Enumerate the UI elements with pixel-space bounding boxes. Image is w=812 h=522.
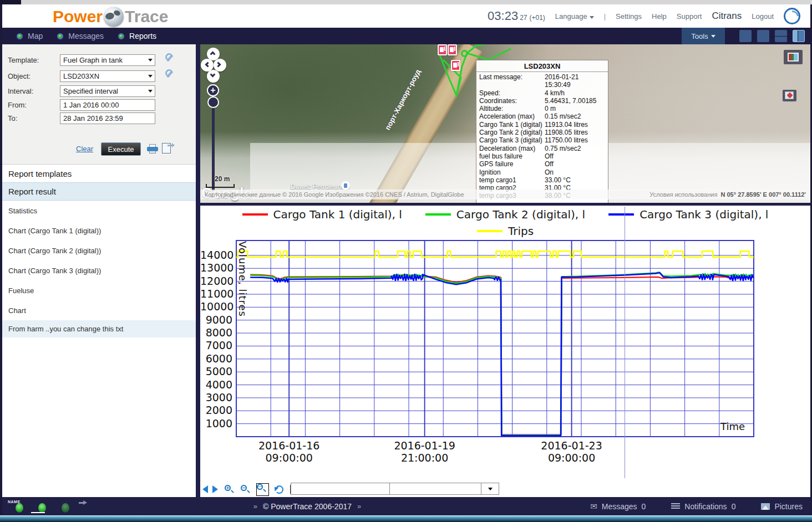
from-date-input[interactable]: 1 Jan 2016 00:00 xyxy=(60,99,155,111)
tab-reports-label: Reports xyxy=(129,32,156,40)
layout-vertical-split-icon[interactable] xyxy=(757,30,769,42)
tooltip-row: Coordinates:5.46431, 7.00185 xyxy=(479,97,606,105)
template-edit-wrench-icon[interactable] xyxy=(165,53,175,63)
pan-down-button[interactable] xyxy=(207,70,220,83)
pictures-status[interactable]: Pictures xyxy=(761,502,803,511)
y-axis-title: Volume, litres xyxy=(237,241,248,317)
to-label: To: xyxy=(8,114,17,122)
object-edit-wrench-icon[interactable] xyxy=(165,69,175,79)
report-item-4[interactable]: Chart (Cargo Tank 3 (digital)) xyxy=(2,260,196,280)
map-pane[interactable]: порт-Харкорт-роуд + 20 m 100 ft Google D… xyxy=(200,44,810,203)
object-value: LSD203XN xyxy=(63,72,99,80)
chevron-right[interactable]: » xyxy=(357,502,361,510)
chart-legend-row-1: Cargo Tank 1 (digital), lCargo Tank 2 (d… xyxy=(200,208,810,221)
section-report-result[interactable]: Report result xyxy=(2,182,196,201)
pane-divider-vertical[interactable] xyxy=(196,44,200,497)
chevron-down-icon xyxy=(590,16,594,19)
map-poi-button[interactable] xyxy=(783,90,796,101)
template-select[interactable]: Fuel Graph in tank xyxy=(60,54,155,66)
pictures-label: Pictures xyxy=(774,502,803,511)
tooltip-row: fuel bus failureOff xyxy=(479,152,606,160)
brand-swoosh-icon xyxy=(784,8,800,24)
template-value: Fuel Graph in tank xyxy=(63,56,123,64)
tab-map[interactable]: Map xyxy=(17,32,43,40)
account-name[interactable]: Citrans xyxy=(712,11,742,22)
terms-link[interactable]: Условия использования xyxy=(649,191,717,198)
y-tick-label: 5000 xyxy=(200,365,232,377)
from-label: From: xyxy=(8,101,27,109)
settings-link[interactable]: Settings xyxy=(616,12,642,21)
report-item-6[interactable]: Chart xyxy=(2,300,196,320)
chevron-left[interactable]: » xyxy=(253,502,257,510)
section-report-templates[interactable]: Report templates xyxy=(2,164,196,182)
pan-chart-left-button[interactable] xyxy=(202,485,208,493)
notifications-count: 0 xyxy=(732,502,736,511)
language-menu[interactable]: Language xyxy=(555,12,594,21)
y-tick-label: 7000 xyxy=(200,339,232,351)
tools-menu[interactable]: Tools xyxy=(682,28,725,44)
report-item-7[interactable]: From harm ..you can change this txt xyxy=(2,320,196,337)
chart-filter-input-2[interactable] xyxy=(389,483,481,495)
poi-marker-icon xyxy=(785,91,794,99)
gas-poi-icon[interactable] xyxy=(341,181,350,190)
y-tick-label: 10000 xyxy=(200,300,232,313)
layout-mixed-icon[interactable] xyxy=(793,30,805,42)
pan-right-button[interactable] xyxy=(214,59,226,71)
radio-dot-icon xyxy=(57,33,63,39)
to-date-input[interactable]: 28 Jan 2016 23:59 xyxy=(60,112,155,124)
tab-reports[interactable]: Reports xyxy=(118,32,156,40)
object-select[interactable]: LSD203XN xyxy=(60,70,155,82)
layout-single-icon[interactable] xyxy=(739,30,752,42)
y-tick-label: 11000 xyxy=(200,288,232,300)
chart-pane: Cargo Tank 1 (digital), lCargo Tank 2 (d… xyxy=(200,206,810,497)
map-attribution: Картографические данные © 2016 Google Из… xyxy=(200,190,810,199)
layout-horizontal-split-icon[interactable] xyxy=(775,30,787,42)
template-label: Template: xyxy=(8,56,39,64)
chart-filter-input-1[interactable] xyxy=(291,483,390,495)
support-link[interactable]: Support xyxy=(677,12,702,21)
logout-link[interactable]: Logout xyxy=(752,12,774,21)
legend-swatch xyxy=(477,230,503,232)
interval-select[interactable]: Specified interval xyxy=(60,85,155,97)
map-layers-button[interactable] xyxy=(784,50,803,64)
tooltip-row: Deceleration (max)0.75 m/sec2 xyxy=(479,145,606,152)
chevron-down-icon xyxy=(148,59,153,62)
report-item-1[interactable]: Statistics xyxy=(2,201,196,221)
main-navbar: Map Messages Reports Tools xyxy=(2,28,810,44)
chart-legend-row-2: Trips xyxy=(200,224,810,238)
chart-zoom-in-icon[interactable]: + xyxy=(225,485,234,494)
fuel-station-icon[interactable] xyxy=(451,60,460,71)
chart-plot[interactable] xyxy=(236,240,754,437)
tab-map-label: Map xyxy=(28,32,43,40)
y-tick-label: 13000 xyxy=(200,262,232,274)
clear-link[interactable]: Clear xyxy=(76,145,93,153)
notifications-status[interactable]: Notifications 0 xyxy=(671,502,735,511)
to-date-value: 28 Jan 2016 23:59 xyxy=(63,114,123,122)
app-header: Power Trace 03:23 27 (+01) Language | Se… xyxy=(2,4,810,28)
print-icon[interactable] xyxy=(147,144,158,154)
refresh-chart-icon[interactable] xyxy=(275,485,283,494)
messages-count: 0 xyxy=(642,502,646,511)
y-tick-label: 6000 xyxy=(200,352,232,365)
tooltip-row: temp cargo133.00 °C xyxy=(479,176,606,184)
zoom-in-button[interactable]: + xyxy=(207,84,219,96)
export-report-icon[interactable] xyxy=(162,143,171,153)
help-link[interactable]: Help xyxy=(652,12,667,21)
fuel-station-icon[interactable] xyxy=(438,44,447,55)
window-top-edge xyxy=(0,0,812,4)
report-item-5[interactable]: Fueluse xyxy=(2,280,196,300)
tab-messages[interactable]: Messages xyxy=(57,32,104,40)
report-item-3[interactable]: Chart (Cargo Tank 2 (digital)) xyxy=(2,240,196,260)
pan-chart-right-button[interactable] xyxy=(212,485,218,493)
scale-meters: 20 m xyxy=(215,175,230,183)
notifications-label: Notifications xyxy=(684,502,727,511)
fuel-station-icon[interactable] xyxy=(448,44,457,55)
report-item-2[interactable]: Chart (Cargo Tank 1 (digital)) xyxy=(2,221,196,240)
messages-status[interactable]: ✉ Messages 0 xyxy=(590,501,646,511)
chart-zoom-reset-icon[interactable]: ··· xyxy=(257,484,268,495)
chart-filter-dropdown[interactable] xyxy=(481,483,499,495)
tooltip-row: Cargo Tank 3 (digital)11750.00 litres xyxy=(479,136,606,144)
zoom-slider-knob[interactable] xyxy=(207,96,219,108)
chart-zoom-out-icon[interactable]: − xyxy=(241,485,250,494)
execute-button[interactable]: Execute xyxy=(101,142,141,156)
